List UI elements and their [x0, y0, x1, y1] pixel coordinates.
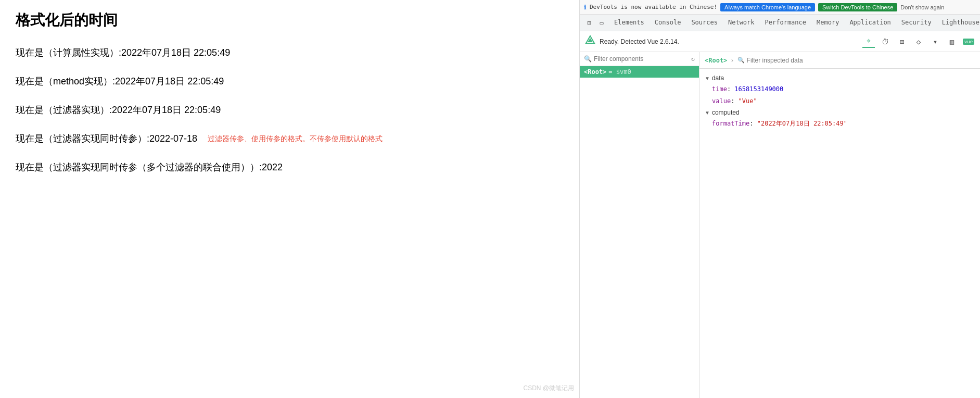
vue-badge: vue: [963, 39, 974, 45]
prop-format-time: formatTime: "2022年07月18日 22:05:49": [699, 118, 980, 130]
vue-panel-header: Ready. Detected Vue 2.6.14. ⌖ ⏱ ⊞ ◇ ▾ ▥ …: [580, 31, 980, 52]
page-content: 格式化后的时间 现在是（计算属性实现）:2022年07月18日 22:05:49…: [0, 0, 980, 398]
left-panel: 格式化后的时间 现在是（计算属性实现）:2022年07月18日 22:05:49…: [0, 0, 579, 398]
filter-components-input[interactable]: [594, 55, 689, 63]
prop-value-key: value: [712, 97, 731, 105]
line-text-3: 现在是（过滤器实现）:2022年07月18日 22:05:49: [16, 105, 221, 115]
root-component-item[interactable]: <Root> = $vm0: [580, 66, 699, 78]
tab-lighthouse[interactable]: Lighthouse: [937, 15, 980, 31]
tab-application[interactable]: Application: [844, 15, 896, 31]
line-comment-4: 过滤器传参、使用传参的格式。不传参使用默认的格式: [208, 133, 383, 144]
btn-match-chinese[interactable]: Always match Chrome's language: [720, 3, 815, 11]
section-computed-label: computed: [712, 109, 740, 116]
section-computed-header[interactable]: ▼ computed: [699, 107, 980, 118]
refresh-icon[interactable]: ↻: [691, 55, 695, 63]
tab-performance[interactable]: Performance: [760, 15, 811, 31]
vuex-icon[interactable]: ⊞: [896, 35, 908, 48]
tab-memory[interactable]: Memory: [811, 15, 844, 31]
vue-badge-icon[interactable]: vue: [962, 35, 975, 48]
component-tree: <Root> = $vm0: [580, 66, 699, 398]
component-tree-icon[interactable]: ⌖: [862, 35, 875, 48]
tab-security[interactable]: Security: [896, 15, 937, 31]
line-text-4: 现在是（过滤器实现同时传参）:2022-07-18: [16, 132, 197, 146]
inspector-search: 🔍: [737, 57, 825, 64]
device-icon[interactable]: ▭: [596, 18, 607, 28]
section-computed-triangle: ▼: [705, 110, 710, 116]
root-component-tag: <Root>: [584, 68, 606, 76]
root-component-vm: = $vm0: [608, 68, 631, 76]
inspector-panel: <Root> › 🔍 ▼ data time: 1658153149000: [699, 52, 980, 398]
section-data-label: data: [712, 74, 724, 82]
page-title: 格式化后的时间: [16, 10, 564, 30]
layout-icon[interactable]: ▥: [946, 35, 958, 48]
tab-elements[interactable]: Elements: [609, 15, 650, 31]
prop-time-key: time: [712, 85, 727, 93]
prop-value: value: "Vue": [699, 95, 980, 107]
tab-icons: ⊡ ▭: [582, 18, 609, 28]
devtools-panel: ℹ DevTools is now available in Chinese! …: [579, 0, 980, 398]
section-data-triangle: ▼: [705, 76, 710, 81]
line-item-2: 现在是（method实现）:2022年07月18日 22:05:49: [16, 74, 564, 89]
inspector-content: ▼ data time: 1658153149000 value: "Vue" …: [699, 69, 980, 398]
line-text-5: 现在是（过滤器实现同时传参（多个过滤器的联合使用））:2022: [16, 162, 283, 172]
btn-switch-chinese[interactable]: Switch DevTools to Chinese: [818, 3, 897, 11]
line-item-4: 现在是（过滤器实现同时传参）:2022-07-18 过滤器传参、使用传参的格式。…: [16, 132, 564, 146]
prop-time: time: 1658153149000: [699, 83, 980, 95]
line-item-1: 现在是（计算属性实现）:2022年07月18日 22:05:49: [16, 46, 564, 60]
breadcrumb-root[interactable]: <Root>: [705, 57, 727, 64]
vue-panel-body: 🔍 ↻ <Root> = $vm0 <Root> › 🔍: [580, 52, 980, 398]
prop-time-value: 1658153149000: [734, 85, 783, 93]
inspector-header: <Root> › 🔍: [699, 52, 980, 69]
router-icon[interactable]: ◇: [912, 35, 925, 48]
notification-bar: ℹ DevTools is now available in Chinese! …: [580, 0, 980, 15]
tab-network[interactable]: Network: [723, 15, 760, 31]
chevron-down-icon[interactable]: ▾: [929, 35, 941, 48]
vue-header-icons: ⌖ ⏱ ⊞ ◇ ▾ ▥ vue: [862, 35, 975, 48]
info-icon: ℹ: [584, 4, 587, 11]
breadcrumb-arrow: ›: [730, 57, 734, 64]
notification-text: DevTools is now available in Chinese!: [590, 4, 717, 10]
tab-console[interactable]: Console: [650, 15, 686, 31]
components-search-bar: 🔍 ↻: [580, 52, 699, 66]
prop-value-value: "Vue": [739, 97, 757, 105]
line-item-3: 现在是（过滤器实现）:2022年07月18日 22:05:49: [16, 103, 564, 117]
line-text-2: 现在是（method实现）:2022年07月18日 22:05:49: [16, 76, 224, 86]
inspect-icon[interactable]: ⊡: [584, 18, 594, 28]
prop-format-time-key: formatTime: [712, 120, 749, 127]
prop-format-time-value: "2022年07月18日 22:05:49": [757, 120, 847, 127]
filter-inspected-input[interactable]: [747, 57, 825, 64]
watermark: CSDN @微笔记用: [523, 384, 574, 393]
search-icon: 🔍: [584, 55, 592, 63]
line-item-5: 现在是（过滤器实现同时传参（多个过滤器的联合使用））:2022: [16, 160, 564, 175]
btn-dont-show[interactable]: Don't show again: [900, 4, 944, 10]
inspector-search-icon: 🔍: [737, 57, 745, 64]
line-text-1: 现在是（计算属性实现）:2022年07月18日 22:05:49: [16, 47, 230, 58]
tab-sources[interactable]: Sources: [686, 15, 723, 31]
devtools-tabs: ⊡ ▭ Elements Console Sources Network Per…: [580, 15, 980, 31]
vue-status-text: Ready. Detected Vue 2.6.14.: [600, 38, 679, 45]
vue-logo-icon: [585, 35, 595, 48]
section-data-header[interactable]: ▼ data: [699, 73, 980, 83]
history-icon[interactable]: ⏱: [879, 35, 892, 48]
components-panel: 🔍 ↻ <Root> = $vm0: [580, 52, 699, 398]
